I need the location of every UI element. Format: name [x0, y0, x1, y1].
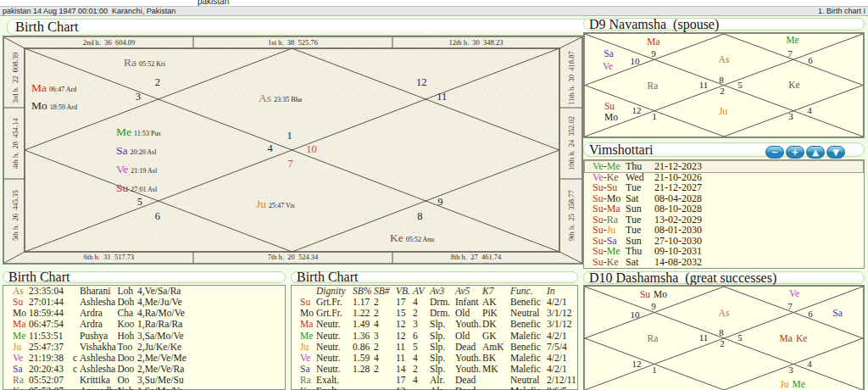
planet-abbr-Mo: Mo — [604, 112, 618, 122]
planet-abbr: Ke — [300, 386, 311, 390]
planet-abbr-Ke: Ke — [796, 333, 807, 343]
down-button[interactable]: ▼ — [826, 146, 845, 159]
dignity-cell: GK — [482, 331, 497, 342]
sign-number-8: 8 — [417, 211, 422, 221]
dignity-cell: 14 — [396, 364, 406, 375]
dignity-col-header: Dignity — [316, 286, 346, 297]
dignity-col-header: SB% — [353, 286, 371, 297]
dignity-cell: 3/1/12 — [547, 308, 571, 319]
house-cusp-label-top-1: 1st h. 38 525.76 — [193, 38, 392, 47]
dignity-cell: Infant — [455, 297, 478, 308]
planet-longitude: 05:52:07 — [29, 375, 64, 386]
name-syllable: Too — [118, 342, 133, 353]
planet-Me: Me — [786, 32, 798, 47]
planet-abbr: Me — [13, 331, 25, 342]
dignity-cell: 2 — [374, 308, 379, 319]
dasha-planet-Ke: Ke — [607, 256, 619, 268]
dignity-col-header: In — [547, 286, 555, 297]
minus-button[interactable]: − — [765, 146, 784, 159]
planet-abbr: Sa — [13, 364, 23, 375]
dasha-row[interactable]: Ve-MeThu21-12-2023 — [585, 161, 863, 172]
dasha-row[interactable]: Su-MaSun08-10-2028 — [585, 203, 863, 214]
dasha-row[interactable]: Su-JuTue08-01-2030 — [585, 225, 863, 236]
up-button[interactable]: ▲ — [806, 146, 825, 159]
dignity-row: RaExalt.174Alr.DeadNeutral2/12/11 — [292, 375, 577, 386]
dignity-cell: 4 — [413, 353, 418, 364]
dignity-col-header: SB# — [374, 286, 390, 297]
sign-number-1: 1 — [652, 111, 657, 121]
dignity-cell: 4/2/1 — [547, 364, 567, 375]
sign-number-8: 8 — [719, 327, 724, 337]
planet-abbr-Ra: Ra — [648, 333, 659, 343]
d9-panel-header: D9 Navamsha (spouse) — [583, 18, 865, 31]
dasha-row[interactable]: Su-KeSat14-08-2032 — [585, 257, 863, 268]
dasha-pair: Su-Ke — [593, 257, 619, 268]
dignity-col-header: AV — [413, 286, 424, 297]
positions-row: Ma06:47:54ArdraKoo1,Ra/Ra/Ra — [3, 319, 285, 330]
planet-abbr-Ma: Ma — [647, 36, 659, 47]
sign-number-2: 2 — [720, 86, 725, 96]
dignity-cell: 7/5/4 — [547, 342, 567, 353]
dasha-day: Sat — [626, 257, 638, 268]
planet-Me: Me11:53 Pus — [116, 124, 161, 139]
sign-number-7: 7 — [287, 159, 292, 169]
planet-Su: Su27:01 Asl — [116, 180, 157, 195]
sign-number-11: 11 — [699, 332, 709, 343]
planet-Ma: Ma — [647, 33, 659, 48]
dignity-table: DignitySB%SB#VB.AVAv3Av5K7Func.InSuGrt.F… — [291, 285, 578, 390]
dasha-row[interactable]: Su-SuTue21-12-2027 — [585, 182, 863, 193]
house-cusp-label-bottom-0: 6th h. 31 517.73 — [25, 253, 193, 262]
house-cusp-label-right-0: 11th h. 30 418.87 — [562, 48, 580, 108]
dignity-panel-header-title: Birth Chart — [292, 270, 358, 285]
planet-Mo: Mo — [604, 109, 618, 124]
planet-abbr-Me: Me — [786, 35, 798, 45]
sign-number-2: 2 — [720, 338, 725, 348]
dignity-cell: 3 — [374, 331, 379, 342]
dignity-panel-header: Birth Chart — [291, 271, 578, 283]
sign-number-6: 6 — [808, 55, 813, 65]
dignity-header-row: DignitySB%SB#VB.AVAv3Av5K7Func.In — [292, 286, 577, 297]
planet-abbr: Ju — [13, 342, 21, 353]
positions-panel-header-title: Birth Chart — [3, 270, 70, 285]
nakshatra: Bharani — [80, 286, 110, 297]
dignity-cell: Neutr. — [316, 364, 340, 375]
dasha-day: Tue — [626, 182, 641, 193]
dignity-cell: 4/2/1 — [547, 353, 567, 364]
dignity-cell: Grt.Fr. — [316, 308, 342, 319]
planet-Su-Mo: SuMo — [640, 286, 667, 301]
dignity-cell: 1.28 — [353, 364, 370, 375]
pada-lords: 3,Sa/Mo/Ve — [137, 331, 184, 342]
planet-detail: 05:52 Kri — [139, 60, 165, 68]
planet-longitude: 20:20:43 — [29, 364, 64, 375]
name-syllable: Koo — [118, 319, 135, 330]
dignity-cell: Slp. — [430, 364, 445, 375]
dignity-row: MeNeutr.1.363126Slp.OldGKMalefic4/2/1 — [292, 331, 577, 342]
sign-number-12: 12 — [632, 105, 642, 115]
planet-Ve: Ve — [603, 58, 613, 73]
positions-row: Ke05:52:07AnuradhaNah1,Sa/Me/Ve — [3, 386, 285, 390]
house-cusp-label-right-1: 10th h. 24 352.02 — [562, 108, 580, 179]
planet-abbr-Me: Me — [792, 379, 804, 389]
dignity-cell: 15 — [396, 308, 406, 319]
planet-abbr-As: As — [719, 308, 730, 318]
planet-abbr-As: As — [719, 54, 730, 64]
dignity-cell: 2 — [374, 297, 379, 308]
planet-detail: 21:19 Asl — [131, 167, 157, 175]
nakshatra: Ardra — [80, 319, 103, 330]
dignity-cell: Drm. — [430, 308, 450, 319]
pada-lords: 3,Su/Me/Su — [137, 375, 184, 386]
planet-abbr: Ve — [13, 353, 23, 364]
file-tab-label[interactable]: pakistan — [198, 0, 229, 6]
positions-row: Ju25:47:37VishakhaToo2,Ju/Ke/Ke — [3, 342, 285, 353]
vimshottari-panel-header-title: Vimshottari — [584, 142, 653, 158]
sign-number-4: 4 — [807, 105, 812, 115]
sign-number-12: 12 — [416, 77, 427, 87]
planet-abbr-Su: Su — [116, 181, 128, 194]
dignity-cell: 2 — [374, 364, 379, 375]
d10-panel-header: D10 Dashamsha (great successes) — [583, 271, 865, 284]
positions-panel-header: Birth Chart — [3, 271, 286, 283]
dignity-cell: 2 — [413, 308, 418, 319]
house-cusp-label-left-0: 3rd h. 22 608.39 — [6, 48, 24, 108]
plus-button[interactable]: + — [786, 146, 804, 159]
pada-lords: 4,Ra/Mo/Ve — [137, 308, 185, 319]
